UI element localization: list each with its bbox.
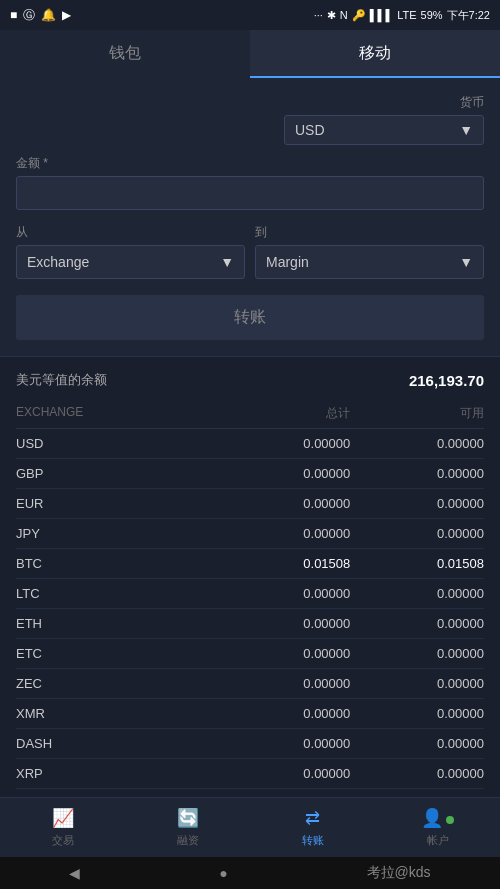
signal-strength: ▌▌▌ [370, 9, 393, 21]
nav-item-trade[interactable]: 📈 交易 [0, 798, 125, 857]
row-currency: DASH [16, 736, 217, 751]
lte-icon: LTE [397, 9, 416, 21]
home-button[interactable]: ● [219, 865, 227, 881]
balance-label: 美元等值的余额 [16, 371, 107, 389]
row-total: 0.00000 [217, 736, 351, 751]
available-header: 可用 [350, 405, 484, 422]
from-value: Exchange [27, 254, 89, 270]
exchange-section-label: EXCHANGE [16, 405, 217, 422]
table-row: BTC 0.01508 0.01508 [16, 549, 484, 579]
currency-value: USD [295, 122, 325, 138]
nfc-icon: N [340, 9, 348, 21]
battery-icon: 59% [421, 9, 443, 21]
currency-select[interactable]: USD ▼ [284, 115, 484, 145]
account-icon: 👤 [421, 807, 454, 829]
tab-mobile[interactable]: 移动 [250, 30, 500, 78]
balance-value: 216,193.70 [409, 372, 484, 389]
table-row: ETC 0.00000 0.00000 [16, 639, 484, 669]
row-total: 0.00000 [217, 676, 351, 691]
time-display: 下午7:22 [447, 8, 490, 23]
transfer-button[interactable]: 转账 [16, 295, 484, 340]
nav-item-funding[interactable]: 🔄 融资 [125, 798, 250, 857]
form-area: 货币 USD ▼ 金额 * 从 Exchange ▼ 到 Margin ▼ 转账 [0, 78, 500, 356]
chevron-down-icon: ▼ [459, 122, 473, 138]
main-tabs: 钱包 移动 [0, 30, 500, 78]
android-nav: ◀ ● 考拉@kds [0, 857, 500, 889]
table-row: ETH 0.00000 0.00000 [16, 609, 484, 639]
row-currency: ETC [16, 646, 217, 661]
app-icon-2: Ⓖ [23, 7, 35, 24]
nav-label-funding: 融资 [177, 833, 199, 848]
to-label: 到 [255, 224, 484, 241]
amount-row: 金额 * [16, 155, 484, 210]
tab-wallet[interactable]: 钱包 [0, 30, 250, 78]
row-available: 0.00000 [350, 496, 484, 511]
table-row: XMR 0.00000 0.00000 [16, 699, 484, 729]
row-total: 0.00000 [217, 586, 351, 601]
to-column: 到 Margin ▼ [255, 224, 484, 279]
nav-label-transfer: 转账 [302, 833, 324, 848]
more-icon: ··· [314, 9, 323, 21]
amount-label: 金额 * [16, 155, 484, 172]
transfer-icon: ⇄ [305, 807, 320, 829]
table-row: GBP 0.00000 0.00000 [16, 459, 484, 489]
table-row: ZEC 0.00000 0.00000 [16, 669, 484, 699]
row-available: 0.00000 [350, 436, 484, 451]
row-available: 0.00000 [350, 616, 484, 631]
table-row: JPY 0.00000 0.00000 [16, 519, 484, 549]
bluetooth-icon: ✱ [327, 9, 336, 22]
from-select[interactable]: Exchange ▼ [16, 245, 245, 279]
to-select[interactable]: Margin ▼ [255, 245, 484, 279]
row-currency: ZEC [16, 676, 217, 691]
row-total: 0.00000 [217, 436, 351, 451]
row-available: 0.00000 [350, 646, 484, 661]
row-available: 0.00000 [350, 586, 484, 601]
currency-section: 货币 USD ▼ [16, 94, 484, 145]
row-currency: JPY [16, 526, 217, 541]
funding-icon: 🔄 [177, 807, 199, 829]
row-total: 0.00000 [217, 616, 351, 631]
table-row: DASH 0.00000 0.00000 [16, 729, 484, 759]
status-right-icons: ··· ✱ N 🔑 ▌▌▌ LTE 59% 下午7:22 [314, 8, 490, 23]
row-currency: LTC [16, 586, 217, 601]
balance-section: 美元等值的余额 216,193.70 [0, 356, 500, 397]
row-currency: XMR [16, 706, 217, 721]
row-available: 0.00000 [350, 526, 484, 541]
row-currency: XRP [16, 766, 217, 781]
currency-label: 货币 [460, 94, 484, 111]
table-row: EUR 0.00000 0.00000 [16, 489, 484, 519]
bottom-nav: 📈 交易 🔄 融资 ⇄ 转账 👤 帐户 [0, 797, 500, 857]
branding-text: 考拉@kds [367, 864, 431, 882]
row-currency: EUR [16, 496, 217, 511]
nav-item-account[interactable]: 👤 帐户 [375, 798, 500, 857]
row-available: 0.00000 [350, 676, 484, 691]
table-row: LTC 0.00000 0.00000 [16, 579, 484, 609]
row-total: 0.00000 [217, 766, 351, 781]
amount-input[interactable] [16, 176, 484, 210]
row-available: 0.00000 [350, 736, 484, 751]
row-currency: USD [16, 436, 217, 451]
exchange-section: EXCHANGE 总计 可用 USD 0.00000 0.00000 GBP 0… [0, 397, 500, 789]
from-label: 从 [16, 224, 245, 241]
row-available: 0.00000 [350, 766, 484, 781]
nav-item-transfer[interactable]: ⇄ 转账 [250, 798, 375, 857]
row-currency: ETH [16, 616, 217, 631]
trade-icon: 📈 [52, 807, 74, 829]
from-column: 从 Exchange ▼ [16, 224, 245, 279]
row-total: 0.00000 [217, 526, 351, 541]
row-available: 0.00000 [350, 706, 484, 721]
exchange-table-header: EXCHANGE 总计 可用 [16, 397, 484, 429]
to-chevron-icon: ▼ [459, 254, 473, 270]
app-icon-1: ■ [10, 8, 17, 22]
nav-label-trade: 交易 [52, 833, 74, 848]
row-available: 0.00000 [350, 466, 484, 481]
row-currency: BTC [16, 556, 217, 571]
key-icon: 🔑 [352, 9, 366, 22]
play-icon: ▶ [62, 8, 71, 22]
row-currency: GBP [16, 466, 217, 481]
from-to-row: 从 Exchange ▼ 到 Margin ▼ [16, 224, 484, 279]
from-chevron-icon: ▼ [220, 254, 234, 270]
back-button[interactable]: ◀ [69, 865, 80, 881]
nav-label-account: 帐户 [427, 833, 449, 848]
table-row: USD 0.00000 0.00000 [16, 429, 484, 459]
